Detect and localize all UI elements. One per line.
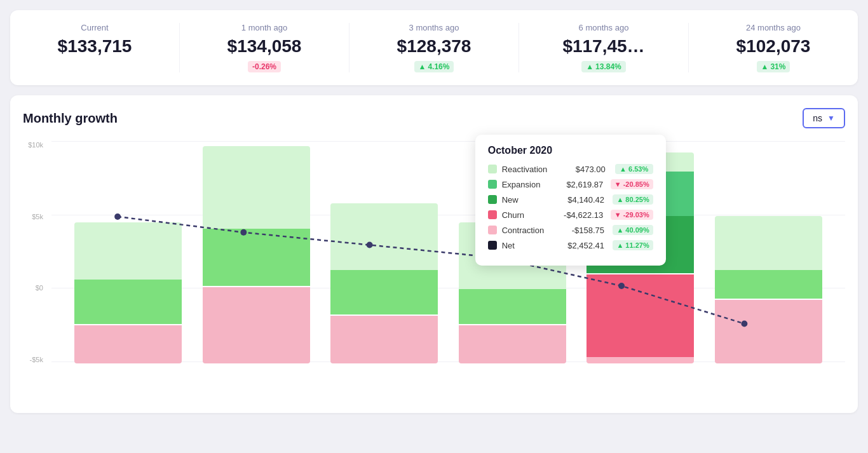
bar-group-6 [715, 216, 822, 363]
chart-tooltip: October 2020 Reactivation $473.00 ▲ 6.53… [475, 135, 666, 266]
metric-3m: 3 months ago $128,378 ▲ 4.16% [349, 23, 519, 72]
expansion-badge: ▼ -20.85% [611, 179, 653, 189]
metric-3m-value: $128,378 [360, 36, 508, 57]
chevron-down-icon: ▼ [827, 114, 835, 123]
tooltip-row-contraction: Contraction -$158.75 ▲ 40.09% [488, 225, 653, 235]
chart-header: Monthly growth ns ▼ [23, 108, 845, 128]
tooltip-row-net: Net $2,452.41 ▲ 11.27% [488, 240, 653, 250]
new-swatch [488, 195, 497, 204]
metric-6m-label: 6 months ago [529, 23, 678, 32]
metric-6m-badge: ▲ 13.84% [581, 61, 626, 72]
contraction-swatch [488, 226, 497, 234]
metric-6m-value: $117,45… [529, 36, 678, 57]
reactivation-label: Reactivation [502, 165, 548, 174]
metric-1m-value: $134,058 [190, 36, 339, 57]
metric-24m-value: $102,073 [699, 36, 848, 57]
metric-3m-badge: ▲ 4.16% [414, 61, 454, 72]
net-swatch [488, 241, 497, 250]
expansion-swatch [488, 180, 497, 189]
metric-current: Current $133,715 [10, 23, 180, 72]
tooltip-title: October 2020 [488, 145, 653, 156]
tooltip-row-churn: Churn -$4,622.13 ▼ -29.03% [488, 210, 653, 220]
metric-1m: 1 month ago $134,058 -0.26% [180, 23, 349, 72]
net-label: Net [502, 241, 515, 250]
reactivation-value: $473.00 [561, 165, 606, 174]
reactivation-badge: ▲ 6.53% [615, 164, 653, 174]
y-label-5k: $5k [32, 213, 43, 220]
bar-group-2 [203, 146, 310, 363]
new-label: New [502, 195, 519, 205]
metric-current-label: Current [20, 23, 169, 32]
tooltip-row-new: New $4,140.42 ▲ 80.25% [488, 194, 653, 205]
bars-container [51, 141, 845, 363]
reactivation-swatch [488, 165, 497, 173]
period-dropdown[interactable]: ns ▼ [803, 108, 845, 128]
dropdown-label: ns [813, 113, 822, 123]
expansion-value: $2,619.87 [559, 180, 603, 189]
contraction-label: Contraction [502, 226, 544, 235]
churn-value: -$4,622.13 [559, 210, 603, 220]
metric-1m-label: 1 month ago [190, 23, 339, 32]
bar-group-1 [74, 222, 182, 363]
chart-title: Monthly growth [23, 111, 118, 126]
metric-24m: 24 months ago $102,073 ▲ 31% [689, 23, 858, 72]
contraction-badge: ▲ 40.09% [613, 225, 653, 235]
metrics-card: Current $133,715 1 month ago $134,058 -0… [10, 10, 858, 85]
metric-current-value: $133,715 [20, 36, 169, 57]
y-label-0: $0 [36, 284, 43, 292]
chart-area: $10k $5k $0 -$5k [23, 141, 845, 382]
chart-section: Monthly growth ns ▼ $10k $5k $0 -$5k [10, 95, 858, 413]
bar-group-3 [330, 203, 438, 363]
new-value: $4,140.42 [560, 195, 604, 205]
churn-swatch [488, 210, 497, 219]
churn-badge: ▼ -29.03% [611, 210, 653, 220]
y-label-neg5k: -$5k [30, 356, 43, 363]
tooltip-row-expansion: Expansion $2,619.87 ▼ -20.85% [488, 179, 653, 189]
y-label-10k: $10k [28, 141, 43, 149]
contraction-value: -$158.75 [560, 226, 604, 235]
new-badge: ▲ 80.25% [613, 194, 653, 205]
net-badge: ▲ 11.27% [613, 240, 653, 250]
metric-1m-badge: -0.26% [248, 61, 281, 72]
metric-24m-badge: ▲ 31% [757, 61, 790, 72]
y-axis: $10k $5k $0 -$5k [23, 141, 48, 363]
metric-3m-label: 3 months ago [360, 23, 508, 32]
tooltip-row-reactivation: Reactivation $473.00 ▲ 6.53% [488, 164, 653, 174]
churn-label: Churn [502, 210, 524, 220]
metric-6m: 6 months ago $117,45… ▲ 13.84% [519, 23, 689, 72]
expansion-label: Expansion [502, 180, 541, 189]
net-value: $2,452.41 [560, 241, 604, 250]
metric-24m-label: 24 months ago [699, 23, 848, 32]
